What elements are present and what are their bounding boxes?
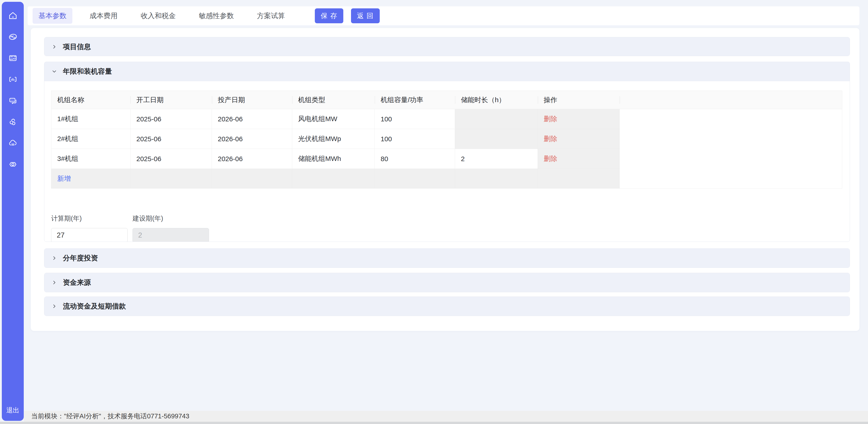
cell-add: 新增 (51, 169, 130, 188)
table-row: 2#机组 2025-06 2026-06 光伏机组MWp 100 删除 (51, 129, 842, 149)
image-chart-icon[interactable] (8, 53, 18, 63)
section-capacity: 年限和装机容量 机组名称 开工日期 投产日期 机组类型 机组容量/功率 储能时长… (44, 62, 850, 242)
cell-storage-duration-disabled (455, 129, 538, 149)
section-title: 项目信息 (63, 42, 91, 52)
cell-empty (130, 169, 212, 188)
cell-actions: 删除 (538, 109, 620, 129)
section-capacity-header[interactable]: 年限和装机容量 (44, 62, 850, 81)
messages-icon[interactable] (8, 95, 18, 106)
cell-empty (375, 169, 455, 188)
cell-storage-duration-disabled (455, 109, 538, 129)
cell-start-date: 2025-06 (130, 129, 212, 149)
table-row: 3#机组 2025-06 2026-06 储能机组MWh 80 2 删除 (51, 149, 842, 169)
cell-empty (455, 169, 538, 188)
cell-production-date: 2026-06 (212, 129, 292, 149)
construction-period-input (132, 228, 209, 242)
section-funding-source: 资金来源 (44, 273, 850, 292)
col-header-storage-duration: 储能时长（h） (455, 91, 538, 109)
cell-unit-type: 储能机组MWh (292, 149, 375, 169)
construction-period-label: 建设期(年) (132, 214, 209, 223)
col-header-unit-type: 机组类型 (292, 91, 375, 109)
tab-income-tax[interactable]: 收入和税金 (135, 8, 182, 24)
status-bar: 当前模块："经评AI分析"，技术服务电话0771-5699743 (24, 411, 868, 422)
tab-sensitivity-params[interactable]: 敏感性参数 (193, 8, 240, 24)
cell-capacity: 100 (375, 109, 455, 129)
calc-period-label: 计算期(年) (51, 214, 128, 223)
calc-period-group: 计算期(年) (51, 214, 128, 242)
section-title: 资金来源 (63, 278, 91, 287)
topbar: 基本参数 成本费用 收入和税金 敏感性参数 方案试算 保 存 返 回 (28, 6, 859, 25)
home-icon[interactable] (8, 10, 18, 21)
period-fields: 计算期(年) 建设期(年) (51, 214, 209, 242)
cell-production-date: 2026-06 (212, 109, 292, 129)
cell-actions: 删除 (538, 149, 620, 169)
table-add-row: 新增 (51, 169, 842, 188)
delete-link[interactable]: 删除 (544, 154, 557, 163)
cell-unit-name: 1#机组 (51, 109, 130, 129)
section-project-info: 项目信息 (44, 37, 850, 56)
section-annual-investment-header[interactable]: 分年度投资 (44, 249, 850, 268)
cell-empty (212, 169, 292, 188)
exit-button[interactable]: 退出 (2, 406, 24, 415)
section-title: 年限和装机容量 (63, 67, 112, 76)
section-annual-investment: 分年度投资 (44, 249, 850, 268)
cell-filler (620, 149, 842, 169)
back-button[interactable]: 返 回 (351, 8, 379, 23)
section-title: 流动资金及短期借款 (63, 301, 126, 311)
section-project-info-header[interactable]: 项目信息 (44, 37, 850, 56)
ai-analysis-icon[interactable]: AI (8, 32, 18, 42)
col-header-unit-name: 机组名称 (51, 91, 130, 109)
cell-production-date: 2026-06 (212, 149, 292, 169)
cell-start-date: 2025-06 (130, 109, 212, 129)
cloud-report-icon[interactable] (8, 138, 18, 148)
page: AI (0, 0, 868, 424)
section-working-capital-header[interactable]: 流动资金及短期借款 (44, 297, 850, 316)
cell-unit-name: 2#机组 (51, 129, 130, 149)
cell-empty (292, 169, 375, 188)
section-title: 分年度投资 (63, 253, 98, 263)
delete-link[interactable]: 删除 (544, 115, 557, 124)
cell-filler (620, 109, 842, 129)
cell-capacity: 80 (375, 149, 455, 169)
chevron-right-icon (52, 255, 57, 261)
bar-chart-card-icon[interactable] (8, 74, 18, 85)
add-row-link[interactable]: 新增 (57, 174, 71, 183)
cell-actions: 删除 (538, 129, 620, 149)
cell-filler (620, 169, 842, 188)
col-header-capacity: 机组容量/功率 (375, 91, 455, 109)
chevron-right-icon (52, 303, 57, 309)
delete-link[interactable]: 删除 (544, 134, 557, 143)
cell-capacity: 100 (375, 129, 455, 149)
save-button[interactable]: 保 存 (315, 8, 343, 23)
cell-unit-type: 风电机组MW (292, 109, 375, 129)
chevron-right-icon (52, 280, 57, 285)
cell-filler (620, 129, 842, 149)
calc-period-input[interactable] (51, 228, 128, 242)
cell-storage-duration: 2 (455, 149, 538, 169)
tab-scheme-trial[interactable]: 方案试算 (251, 8, 291, 24)
table-row: 1#机组 2025-06 2026-06 风电机组MW 100 删除 (51, 109, 842, 129)
content-card: 项目信息 年限和装机容量 机组名称 开工日期 投产日期 机组类型 (31, 28, 859, 331)
section-capacity-body: 机组名称 开工日期 投产日期 机组类型 机组容量/功率 储能时长（h） 操作 1… (44, 81, 850, 242)
tab-cost-expense[interactable]: 成本费用 (84, 8, 123, 24)
settings-hexagon-icon[interactable] (8, 159, 18, 169)
sidebar: AI (2, 2, 24, 421)
cell-unit-name: 3#机组 (51, 149, 130, 169)
section-funding-source-header[interactable]: 资金来源 (44, 273, 850, 292)
col-header-start-date: 开工日期 (130, 91, 212, 109)
cell-empty (538, 169, 620, 188)
table-header-row: 机组名称 开工日期 投产日期 机组类型 机组容量/功率 储能时长（h） 操作 (51, 91, 842, 109)
chevron-down-icon (52, 69, 57, 74)
pinwheel-icon[interactable] (8, 117, 18, 127)
cell-start-date: 2025-06 (130, 149, 212, 169)
col-header-filler (620, 91, 842, 109)
horizontal-scrollbar[interactable] (0, 422, 868, 424)
col-header-actions: 操作 (538, 91, 620, 109)
col-header-production-date: 投产日期 (212, 91, 292, 109)
tab-basic-params[interactable]: 基本参数 (33, 8, 72, 24)
status-text: 当前模块："经评AI分析"，技术服务电话0771-5699743 (31, 412, 189, 421)
section-working-capital: 流动资金及短期借款 (44, 296, 850, 316)
construction-period-group: 建设期(年) (132, 214, 209, 242)
svg-text:AI: AI (13, 36, 16, 39)
units-table: 机组名称 开工日期 投产日期 机组类型 机组容量/功率 储能时长（h） 操作 1… (51, 91, 842, 189)
